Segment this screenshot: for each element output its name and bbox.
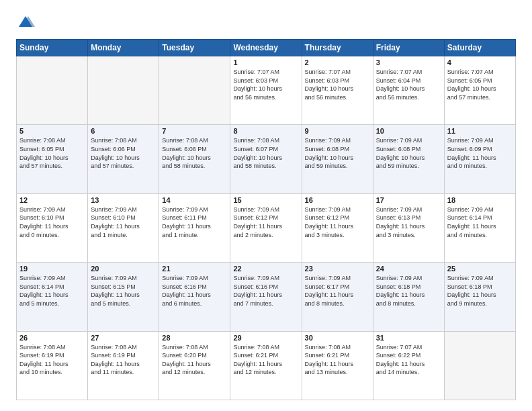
week-row-4: 19Sunrise: 7:09 AM Sunset: 6:14 PM Dayli… [17, 263, 516, 331]
day-info: Sunrise: 7:07 AM Sunset: 6:03 PM Dayligh… [305, 68, 370, 101]
day-info: Sunrise: 7:08 AM Sunset: 6:05 PM Dayligh… [19, 136, 85, 170]
day-number: 17 [376, 196, 441, 204]
week-row-3: 12Sunrise: 7:09 AM Sunset: 6:10 PM Dayli… [17, 193, 516, 262]
day-cell: 29Sunrise: 7:08 AM Sunset: 6:21 PM Dayli… [230, 331, 302, 400]
day-info: Sunrise: 7:07 AM Sunset: 6:05 PM Dayligh… [447, 68, 513, 101]
day-info: Sunrise: 7:09 AM Sunset: 6:18 PM Dayligh… [447, 274, 513, 308]
day-number: 3 [376, 58, 441, 66]
col-header-friday: Friday [373, 40, 444, 56]
day-info: Sunrise: 7:08 AM Sunset: 6:19 PM Dayligh… [91, 343, 156, 377]
day-cell [444, 331, 515, 400]
day-number: 25 [447, 265, 513, 273]
day-info: Sunrise: 7:09 AM Sunset: 6:12 PM Dayligh… [305, 205, 370, 239]
day-number: 21 [162, 265, 227, 273]
day-cell: 21Sunrise: 7:09 AM Sunset: 6:16 PM Dayli… [159, 263, 230, 331]
day-number: 15 [233, 196, 298, 204]
day-number: 8 [233, 127, 298, 135]
page: SundayMondayTuesdayWednesdayThursdayFrid… [0, 0, 532, 411]
day-cell: 10Sunrise: 7:09 AM Sunset: 6:08 PM Dayli… [373, 125, 444, 193]
day-cell: 17Sunrise: 7:09 AM Sunset: 6:13 PM Dayli… [373, 193, 444, 262]
day-info: Sunrise: 7:08 AM Sunset: 6:20 PM Dayligh… [162, 343, 227, 377]
day-cell: 8Sunrise: 7:08 AM Sunset: 6:07 PM Daylig… [230, 125, 302, 193]
day-cell: 9Sunrise: 7:09 AM Sunset: 6:08 PM Daylig… [302, 125, 373, 193]
day-cell: 14Sunrise: 7:09 AM Sunset: 6:11 PM Dayli… [159, 193, 230, 262]
day-info: Sunrise: 7:07 AM Sunset: 6:22 PM Dayligh… [376, 343, 441, 377]
day-info: Sunrise: 7:08 AM Sunset: 6:07 PM Dayligh… [233, 136, 298, 170]
day-info: Sunrise: 7:08 AM Sunset: 6:19 PM Dayligh… [19, 343, 85, 377]
day-number: 18 [447, 196, 513, 204]
day-number: 28 [162, 334, 227, 342]
day-info: Sunrise: 7:09 AM Sunset: 6:14 PM Dayligh… [447, 205, 513, 239]
day-cell: 23Sunrise: 7:09 AM Sunset: 6:17 PM Dayli… [302, 263, 373, 331]
day-info: Sunrise: 7:09 AM Sunset: 6:16 PM Dayligh… [233, 274, 298, 308]
day-number: 7 [162, 127, 227, 135]
day-cell: 3Sunrise: 7:07 AM Sunset: 6:04 PM Daylig… [373, 56, 444, 125]
day-info: Sunrise: 7:09 AM Sunset: 6:14 PM Dayligh… [19, 274, 85, 308]
day-cell: 6Sunrise: 7:08 AM Sunset: 6:06 PM Daylig… [88, 125, 159, 193]
day-cell: 16Sunrise: 7:09 AM Sunset: 6:12 PM Dayli… [302, 193, 373, 262]
day-number: 6 [91, 127, 156, 135]
day-info: Sunrise: 7:08 AM Sunset: 6:21 PM Dayligh… [305, 343, 370, 377]
logo [16, 13, 38, 32]
day-info: Sunrise: 7:09 AM Sunset: 6:17 PM Dayligh… [305, 274, 370, 308]
day-info: Sunrise: 7:09 AM Sunset: 6:16 PM Dayligh… [162, 274, 227, 308]
col-header-monday: Monday [88, 40, 159, 56]
day-info: Sunrise: 7:09 AM Sunset: 6:13 PM Dayligh… [376, 205, 441, 239]
day-number: 29 [233, 334, 298, 342]
col-header-thursday: Thursday [302, 40, 373, 56]
col-header-wednesday: Wednesday [230, 40, 302, 56]
day-info: Sunrise: 7:09 AM Sunset: 6:11 PM Dayligh… [162, 205, 227, 239]
day-number: 22 [233, 265, 298, 273]
week-row-5: 26Sunrise: 7:08 AM Sunset: 6:19 PM Dayli… [17, 331, 516, 400]
day-number: 4 [447, 58, 513, 66]
logo-icon [16, 13, 35, 32]
header [16, 13, 516, 32]
day-number: 1 [233, 58, 298, 66]
day-info: Sunrise: 7:08 AM Sunset: 6:06 PM Dayligh… [162, 136, 227, 170]
day-cell [17, 56, 88, 125]
day-info: Sunrise: 7:08 AM Sunset: 6:21 PM Dayligh… [233, 343, 298, 377]
day-cell: 20Sunrise: 7:09 AM Sunset: 6:15 PM Dayli… [88, 263, 159, 331]
day-number: 26 [19, 334, 85, 342]
day-cell: 27Sunrise: 7:08 AM Sunset: 6:19 PM Dayli… [88, 331, 159, 400]
day-number: 13 [91, 196, 156, 204]
day-cell: 22Sunrise: 7:09 AM Sunset: 6:16 PM Dayli… [230, 263, 302, 331]
day-info: Sunrise: 7:09 AM Sunset: 6:10 PM Dayligh… [91, 205, 156, 239]
day-cell: 2Sunrise: 7:07 AM Sunset: 6:03 PM Daylig… [302, 56, 373, 125]
day-number: 19 [19, 265, 85, 273]
day-cell: 1Sunrise: 7:07 AM Sunset: 6:03 PM Daylig… [230, 56, 302, 125]
day-number: 2 [305, 58, 370, 66]
day-info: Sunrise: 7:07 AM Sunset: 6:03 PM Dayligh… [233, 68, 298, 101]
day-cell: 31Sunrise: 7:07 AM Sunset: 6:22 PM Dayli… [373, 331, 444, 400]
day-cell: 12Sunrise: 7:09 AM Sunset: 6:10 PM Dayli… [17, 193, 88, 262]
day-info: Sunrise: 7:07 AM Sunset: 6:04 PM Dayligh… [376, 68, 441, 101]
day-cell: 15Sunrise: 7:09 AM Sunset: 6:12 PM Dayli… [230, 193, 302, 262]
day-cell: 7Sunrise: 7:08 AM Sunset: 6:06 PM Daylig… [159, 125, 230, 193]
day-cell [159, 56, 230, 125]
day-number: 12 [19, 196, 85, 204]
day-cell: 19Sunrise: 7:09 AM Sunset: 6:14 PM Dayli… [17, 263, 88, 331]
day-info: Sunrise: 7:09 AM Sunset: 6:18 PM Dayligh… [376, 274, 441, 308]
day-cell: 11Sunrise: 7:09 AM Sunset: 6:09 PM Dayli… [444, 125, 515, 193]
day-cell: 4Sunrise: 7:07 AM Sunset: 6:05 PM Daylig… [444, 56, 515, 125]
day-info: Sunrise: 7:09 AM Sunset: 6:10 PM Dayligh… [19, 205, 85, 239]
day-number: 27 [91, 334, 156, 342]
day-number: 16 [305, 196, 370, 204]
day-number: 31 [376, 334, 441, 342]
day-cell [88, 56, 159, 125]
day-cell: 5Sunrise: 7:08 AM Sunset: 6:05 PM Daylig… [17, 125, 88, 193]
day-cell: 30Sunrise: 7:08 AM Sunset: 6:21 PM Dayli… [302, 331, 373, 400]
day-number: 9 [305, 127, 370, 135]
calendar-table: SundayMondayTuesdayWednesdayThursdayFrid… [16, 39, 516, 400]
day-number: 24 [376, 265, 441, 273]
day-number: 20 [91, 265, 156, 273]
day-number: 14 [162, 196, 227, 204]
day-info: Sunrise: 7:09 AM Sunset: 6:12 PM Dayligh… [233, 205, 298, 239]
day-number: 30 [305, 334, 370, 342]
header-row: SundayMondayTuesdayWednesdayThursdayFrid… [17, 40, 516, 56]
day-cell: 13Sunrise: 7:09 AM Sunset: 6:10 PM Dayli… [88, 193, 159, 262]
day-info: Sunrise: 7:09 AM Sunset: 6:15 PM Dayligh… [91, 274, 156, 308]
col-header-saturday: Saturday [444, 40, 515, 56]
day-cell: 28Sunrise: 7:08 AM Sunset: 6:20 PM Dayli… [159, 331, 230, 400]
day-info: Sunrise: 7:08 AM Sunset: 6:06 PM Dayligh… [91, 136, 156, 170]
